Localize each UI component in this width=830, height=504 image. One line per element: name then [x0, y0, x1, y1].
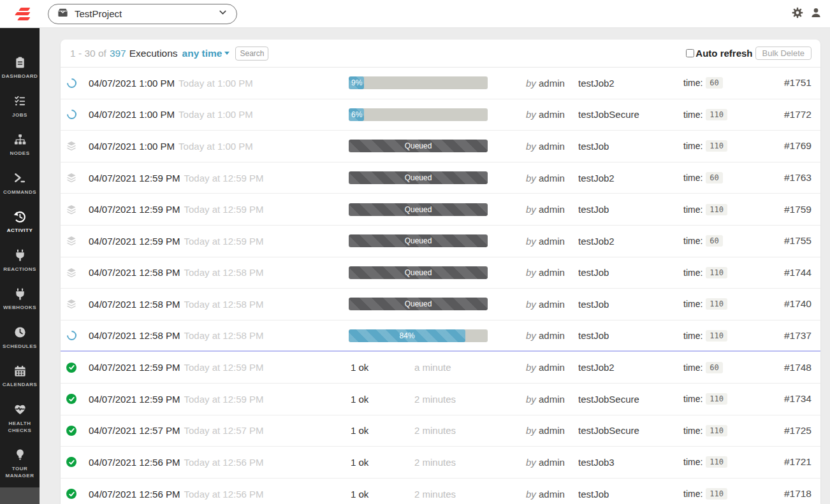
user-icon[interactable]	[810, 7, 822, 21]
time-label: time:	[683, 268, 703, 278]
execution-summary: 1 ok	[351, 362, 414, 373]
bulk-delete-button[interactable]: Bulk Delete	[755, 47, 812, 60]
sidebar-item-activity[interactable]: ACTIVITY	[0, 209, 40, 248]
execution-id[interactable]: #1734	[755, 393, 820, 405]
queued-layers-icon	[66, 141, 76, 151]
execution-job-name[interactable]: testJobSecure	[578, 425, 683, 436]
project-selector[interactable]: TestProject	[48, 4, 237, 24]
execution-row[interactable]: 04/07/2021 12:58 PMToday at 12:58 PM 84%…	[61, 320, 820, 352]
by-label: by	[526, 267, 536, 278]
execution-row[interactable]: 04/07/2021 12:59 PMToday at 12:59 PM Que…	[61, 194, 820, 226]
progress-bar-label: Queued	[405, 173, 432, 182]
execution-date: 04/07/2021 12:57 PM	[89, 425, 180, 436]
execution-job-name[interactable]: testJobSecure	[578, 109, 683, 120]
sidebar-item-calendars[interactable]: CALENDARS	[0, 363, 40, 402]
execution-relative-time: Today at 12:59 PM	[184, 236, 263, 247]
execution-job-name[interactable]: testJob	[578, 267, 683, 278]
execution-row[interactable]: 04/07/2021 12:58 PMToday at 12:58 PM Que…	[61, 289, 820, 320]
auto-refresh-checkbox[interactable]	[686, 49, 694, 57]
search-input[interactable]	[235, 47, 268, 61]
execution-job-name[interactable]: testJob	[578, 204, 683, 215]
rundeck-logo[interactable]	[11, 6, 31, 22]
execution-row[interactable]: 04/07/2021 12:59 PMToday at 12:59 PM 1 o…	[61, 352, 820, 384]
sidebar-item-jobs[interactable]: JOBS	[0, 94, 40, 133]
execution-user: admin	[539, 330, 565, 341]
execution-row[interactable]: 04/07/2021 12:56 PMToday at 12:56 PM 1 o…	[61, 447, 820, 479]
sidebar-item-dashboard[interactable]: DASHBOARD	[0, 55, 40, 94]
execution-date: 04/07/2021 1:00 PM	[89, 141, 175, 152]
execution-user: admin	[539, 204, 565, 215]
execution-user: admin	[539, 394, 565, 405]
progress-bar-label: 6%	[351, 110, 362, 119]
sidebar-item-nodes[interactable]: NODES	[0, 132, 40, 171]
execution-row[interactable]: 04/07/2021 12:59 PMToday at 12:59 PM 1 o…	[61, 384, 820, 415]
execution-time-badge: 110	[706, 456, 727, 468]
sitemap-icon	[13, 132, 27, 147]
execution-job-name[interactable]: testJob2	[578, 362, 683, 373]
execution-summary: 1 ok	[351, 425, 414, 436]
execution-id[interactable]: #1759	[755, 204, 820, 215]
execution-summary: 1 ok	[351, 489, 414, 500]
execution-id[interactable]: #1748	[755, 362, 820, 373]
execution-id[interactable]: #1772	[755, 109, 820, 120]
execution-date: 04/07/2021 12:58 PM	[89, 267, 180, 278]
progress-bar: Queued	[349, 234, 488, 247]
by-label: by	[526, 204, 536, 215]
execution-id[interactable]: #1721	[755, 456, 820, 468]
execution-row[interactable]: 04/07/2021 12:57 PMToday at 12:57 PM 1 o…	[61, 415, 820, 447]
execution-id[interactable]: #1744	[755, 267, 820, 278]
execution-time-badge: 110	[706, 109, 727, 120]
execution-id[interactable]: #1718	[755, 488, 820, 500]
gear-icon[interactable]	[792, 7, 803, 21]
execution-row[interactable]: 04/07/2021 1:00 PMToday at 1:00 PM 6% by…	[61, 99, 820, 131]
sidebar-item-label: WEBHOOKS	[1, 304, 38, 312]
execution-row[interactable]: 04/07/2021 12:56 PMToday at 12:56 PM 1 o…	[61, 479, 820, 504]
execution-date: 04/07/2021 12:59 PM	[89, 236, 180, 247]
execution-row[interactable]: 04/07/2021 12:59 PMToday at 12:59 PM Que…	[61, 226, 820, 257]
success-check-icon	[66, 394, 76, 404]
by-label: by	[526, 109, 536, 120]
sidebar-item-label: JOBS	[1, 112, 38, 119]
execution-id[interactable]: #1740	[755, 298, 820, 310]
execution-job-name[interactable]: testJob	[578, 489, 683, 500]
sidebar-item-commands[interactable]: COMMANDS	[0, 171, 40, 210]
execution-row[interactable]: 04/07/2021 12:58 PMToday at 12:58 PM Que…	[61, 257, 820, 289]
execution-relative-time: Today at 12:56 PM	[184, 457, 263, 468]
execution-relative-time: Today at 12:59 PM	[184, 394, 263, 405]
execution-job-name[interactable]: testJobSecure	[578, 394, 683, 405]
time-filter-dropdown[interactable]: any time	[182, 48, 230, 59]
execution-id[interactable]: #1769	[755, 140, 820, 152]
execution-user: admin	[539, 173, 565, 184]
execution-row[interactable]: 04/07/2021 1:00 PMToday at 1:00 PM 9% by…	[61, 68, 820, 99]
sidebar-item-label: DASHBOARD	[1, 73, 38, 80]
success-check-icon	[66, 457, 76, 467]
execution-job-name[interactable]: testJob3	[578, 457, 683, 468]
execution-job-name[interactable]: testJob	[578, 330, 683, 341]
execution-time-badge: 110	[706, 425, 727, 436]
sidebar-item-health-checks[interactable]: HEALTH CHECKS	[0, 402, 40, 447]
plug-icon	[13, 286, 27, 301]
executions-total[interactable]: 397	[110, 48, 126, 59]
execution-job-name[interactable]: testJob2	[578, 236, 683, 247]
execution-job-name[interactable]: testJob	[578, 299, 683, 310]
sidebar-item-webhooks[interactable]: WEBHOOKS	[0, 286, 40, 325]
execution-job-name[interactable]: testJob	[578, 141, 683, 152]
execution-user: admin	[539, 457, 565, 468]
execution-id[interactable]: #1737	[755, 330, 820, 342]
main-content: 1 - 30 of 397 Executions any time Auto r…	[40, 28, 830, 504]
execution-id[interactable]: #1751	[755, 77, 820, 89]
execution-id[interactable]: #1725	[755, 425, 820, 436]
execution-id[interactable]: #1755	[755, 235, 820, 247]
execution-job-name[interactable]: testJob2	[578, 173, 683, 184]
progress-bar: 9%	[349, 76, 488, 89]
sidebar-item-tour-manager[interactable]: TOUR MANAGER	[0, 447, 40, 493]
execution-summary: 1 ok	[351, 457, 414, 468]
execution-job-name[interactable]: testJob2	[578, 78, 683, 89]
execution-id[interactable]: #1763	[755, 172, 820, 184]
by-label: by	[526, 330, 536, 341]
sidebar-item-reactions[interactable]: REACTIONS	[0, 248, 40, 287]
sidebar-item-schedules[interactable]: SCHEDULES	[0, 325, 40, 364]
execution-row[interactable]: 04/07/2021 12:59 PMToday at 12:59 PM Que…	[61, 162, 820, 194]
execution-date: 04/07/2021 12:59 PM	[89, 362, 180, 373]
execution-row[interactable]: 04/07/2021 1:00 PMToday at 1:00 PM Queue…	[61, 131, 820, 162]
